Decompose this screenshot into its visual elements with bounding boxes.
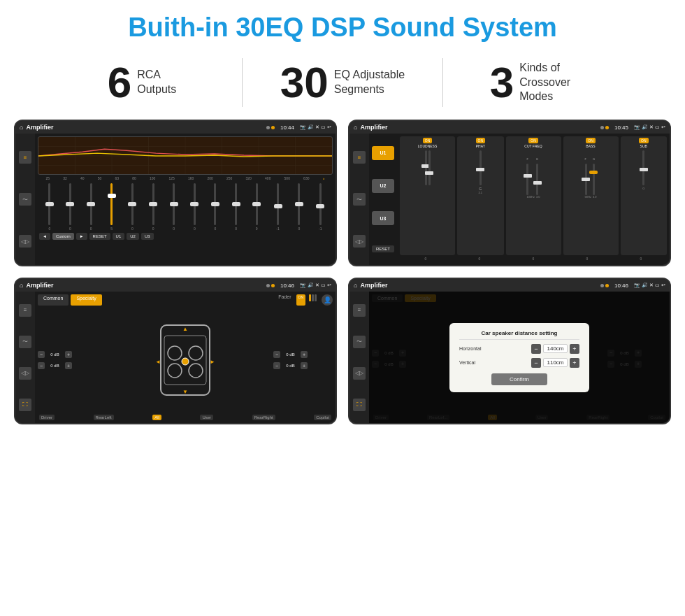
svg-point-14 — [168, 364, 182, 378]
eq-sliders: 0 0 0 5 0 — [38, 182, 333, 231]
eq-filter-icon[interactable]: ≡ — [19, 151, 31, 164]
eq-custom-btn[interactable]: Custom — [52, 233, 74, 240]
spk-vol-icon[interactable]: ◁▷ — [19, 367, 31, 380]
dist-expand-icon[interactable]: ⛶ — [353, 399, 366, 411]
home-icon-4: ⌂ — [354, 282, 357, 289]
eq-slider-13[interactable]: -1 — [319, 182, 322, 231]
spk-tab-specialty[interactable]: Specialty — [71, 294, 101, 306]
spk-copilot-btn[interactable]: Copilot — [314, 415, 331, 420]
eq-slider-2[interactable]: 0 — [90, 182, 92, 231]
spk-minus-btn-3[interactable]: − — [273, 351, 280, 358]
status-bar-2: ⌂ Amplifier 10:45 📷 🔊 ✕ ▭ ↩ — [349, 121, 670, 134]
cx-sub: ON SUB G — [621, 136, 668, 255]
spk-content-area: − 0 dB + − 0 dB + — [38, 308, 333, 413]
stat-label-crossover: Kinds ofCrossover Modes — [519, 61, 596, 104]
dialog-vert-minus[interactable]: − — [531, 358, 541, 368]
cx-controls-row: ON LOUDNESS ON — [400, 136, 667, 255]
cx-cutfreq: ON CUT FREQ F 100Hz G — [506, 136, 561, 255]
spk-db-row-4: − 0 dB + — [273, 362, 333, 369]
eq-slider-5[interactable]: 0 — [152, 182, 154, 231]
stat-label-rca: RCAOutputs — [137, 68, 176, 97]
crossover-content: ≡ 〜 ◁▷ U1 U2 U3 RESET ON — [349, 134, 670, 265]
spk-car-diagram: ▲ ▼ ◄ ► — [100, 308, 271, 413]
dialog-confirm-btn[interactable]: Confirm — [491, 373, 547, 385]
cx-wave-icon[interactable]: 〜 — [353, 193, 366, 206]
spk-plus-btn-2[interactable]: + — [65, 362, 72, 369]
eq-play-btn[interactable]: ► — [76, 233, 87, 240]
cx-reset-btn2[interactable]: RESET — [372, 245, 394, 252]
eq-slider-9[interactable]: 0 — [235, 182, 237, 231]
dist-vol-icon[interactable]: ◁▷ — [353, 367, 366, 380]
stat-eq: 30 EQ AdjustableSegments — [243, 61, 442, 104]
spk-wave-icon[interactable]: 〜 — [19, 336, 31, 348]
eq-prev-btn[interactable]: ◄ — [39, 233, 50, 240]
spk-plus-btn-4[interactable]: + — [301, 362, 308, 369]
spk-plus-btn-1[interactable]: + — [65, 351, 72, 358]
eq-slider-11[interactable]: -1 — [276, 182, 279, 231]
eq-slider-12[interactable]: 0 — [298, 182, 300, 231]
spk-user-btn[interactable]: User — [200, 415, 213, 420]
dist-wave-icon[interactable]: 〜 — [353, 336, 366, 348]
eq-vol-icon[interactable]: ◁▷ — [19, 235, 31, 248]
eq-slider-8[interactable]: 0 — [214, 182, 216, 231]
spk-driver-btn[interactable]: Driver — [39, 415, 55, 420]
status-icons-2: 📷 🔊 ✕ ▭ ↩ — [634, 124, 665, 130]
spk-db-val-1: 0 dB — [46, 352, 64, 357]
stat-number-crossover: 3 — [490, 61, 514, 104]
spk-filter-icon[interactable]: ≡ — [19, 304, 31, 317]
home-icon-3: ⌂ — [20, 282, 23, 289]
cx-loudness: ON LOUDNESS — [400, 136, 455, 255]
dialog-vert-value: 110cm — [543, 358, 568, 367]
spk-minus-btn-2[interactable]: − — [38, 362, 45, 369]
eq-wave-icon[interactable]: 〜 — [19, 193, 31, 206]
freq-32: 32 — [63, 176, 67, 180]
spk-rearleft-btn[interactable]: RearLeft — [94, 415, 114, 420]
svg-text:▼: ▼ — [182, 389, 188, 395]
svg-point-15 — [189, 364, 203, 378]
spk-minus-btn-4[interactable]: − — [273, 362, 280, 369]
stat-crossover: 3 Kinds ofCrossover Modes — [443, 61, 643, 104]
spk-db-val-2: 0 dB — [46, 364, 64, 368]
cx-u1-btn[interactable]: U1 — [372, 146, 394, 160]
cx-vol-icon[interactable]: ◁▷ — [353, 235, 366, 248]
eq-slider-4[interactable]: 0 — [131, 182, 134, 231]
eq-u2-btn[interactable]: U2 — [127, 233, 139, 240]
spk-rearright-btn[interactable]: RearRight — [252, 415, 275, 420]
app-name-4: Amplifier — [360, 282, 598, 289]
eq-u3-btn[interactable]: U3 — [141, 233, 154, 240]
spk-db-val-3: 0 dB — [282, 352, 299, 357]
dialog-vert-plus[interactable]: + — [570, 358, 579, 368]
app-name-1: Amplifier — [26, 124, 264, 131]
eq-slider-6[interactable]: 0 — [173, 182, 175, 231]
eq-slider-7[interactable]: 0 — [194, 182, 196, 231]
svg-text:▲: ▲ — [182, 326, 188, 332]
sub-on-badge: ON — [639, 138, 649, 143]
spk-tab-common[interactable]: Common — [38, 294, 68, 306]
time-4: 10:46 — [614, 282, 628, 289]
eq-u1-btn[interactable]: U1 — [113, 233, 125, 240]
spk-expand-icon[interactable]: ⛶ — [19, 399, 31, 411]
stat-number-rca: 6 — [108, 61, 131, 104]
dialog-horiz-minus[interactable]: − — [531, 344, 541, 354]
eq-reset-btn[interactable]: RESET — [89, 233, 110, 240]
dialog-horiz-plus[interactable]: + — [570, 344, 579, 354]
sub-label: SUB — [640, 144, 647, 148]
freq-25: 25 — [46, 176, 50, 180]
cx-u2-btn[interactable]: U2 — [372, 179, 394, 193]
cx-u3-btn[interactable]: U3 — [372, 211, 394, 225]
screens-grid: ⌂ Amplifier 10:44 📷 🔊 ✕ ▭ ↩ ≡ — [0, 120, 685, 431]
dialog-vertical-row: Vertical − 110cm + — [459, 358, 579, 368]
spk-plus-btn-3[interactable]: + — [301, 351, 308, 358]
cutfreq-on-badge: ON — [528, 138, 538, 143]
dist-filter-icon[interactable]: ≡ — [353, 304, 366, 317]
spk-all-btn[interactable]: All — [152, 415, 161, 420]
status-icons-4: 📷 🔊 ✕ ▭ ↩ — [634, 282, 665, 288]
eq-slider-1[interactable]: 0 — [69, 182, 71, 231]
eq-slider-3[interactable]: 5 — [110, 182, 113, 231]
eq-slider-10[interactable]: 0 — [256, 182, 258, 231]
spk-minus-btn-1[interactable]: − — [38, 351, 45, 358]
screen-speaker: ⌂ Amplifier 10:46 📷 🔊 ✕ ▭ ↩ ≡ 〜 — [14, 278, 337, 424]
cx-filter-icon[interactable]: ≡ — [353, 151, 366, 164]
eq-slider-0[interactable]: 0 — [48, 182, 50, 231]
speaker-content: ≡ 〜 ◁▷ ⛶ Common Specialty Fader ON — [15, 292, 336, 423]
